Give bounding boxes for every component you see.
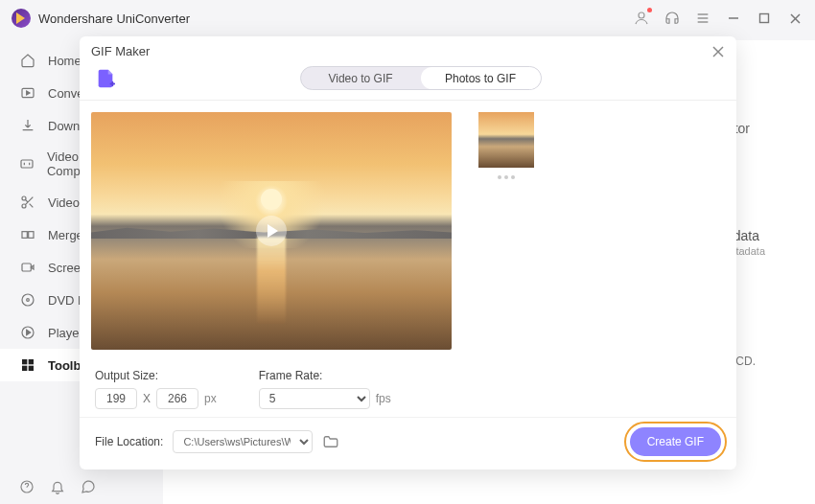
framerate-select[interactable]: 5 (259, 388, 370, 409)
svg-rect-18 (22, 359, 27, 364)
modal-title: GIF Maker (91, 44, 150, 58)
bell-icon[interactable] (50, 479, 65, 494)
app-logo-icon (12, 9, 31, 28)
output-height-input[interactable] (156, 388, 198, 409)
compress-icon (19, 155, 35, 172)
converter-icon (19, 84, 36, 102)
svg-point-15 (22, 294, 34, 306)
account-icon[interactable] (633, 10, 650, 27)
svg-point-0 (639, 12, 644, 18)
svg-rect-5 (760, 14, 769, 23)
toolbox-icon (19, 356, 36, 374)
svg-rect-21 (29, 366, 34, 371)
svg-rect-12 (22, 232, 27, 239)
svg-rect-20 (22, 366, 27, 371)
tab-video-to-gif[interactable]: Video to GIF (301, 67, 421, 89)
merge-icon (19, 226, 36, 243)
px-unit: px (204, 392, 217, 405)
svg-point-16 (27, 299, 30, 302)
home-icon (19, 52, 36, 69)
svg-point-10 (22, 196, 26, 200)
titlebar: Wondershare UniConverter (0, 0, 815, 36)
add-file-icon[interactable] (95, 68, 116, 89)
svg-rect-19 (29, 359, 34, 364)
sidebar-item-label: Player (48, 326, 83, 340)
svg-point-11 (22, 204, 26, 208)
svg-rect-9 (21, 160, 33, 168)
svg-rect-13 (29, 232, 34, 239)
menu-icon[interactable] (694, 10, 711, 27)
bg-text-fragment: tor (734, 121, 750, 136)
feedback-icon[interactable] (81, 479, 96, 494)
play-icon (19, 324, 36, 341)
gif-maker-modal: GIF Maker Video to GIF Photos to GIF (80, 36, 736, 470)
play-button[interactable] (256, 216, 287, 246)
disc-icon (19, 291, 36, 309)
download-icon (19, 117, 36, 134)
framerate-label: Frame Rate: (259, 369, 391, 382)
help-icon[interactable] (19, 479, 35, 494)
bg-text-fragment: CD. (735, 355, 756, 368)
maximize-button[interactable] (756, 10, 773, 27)
close-icon[interactable] (711, 45, 725, 58)
record-icon (19, 259, 36, 276)
close-button[interactable] (786, 10, 803, 27)
support-icon[interactable] (664, 10, 681, 27)
app-title: Wondershare UniConverter (38, 11, 633, 26)
output-size-label: Output Size: (95, 369, 217, 382)
sidebar-item-label: Home (48, 54, 82, 68)
fps-unit: fps (376, 392, 391, 405)
size-separator: X (143, 392, 151, 405)
file-location-select[interactable]: C:\Users\ws\Pictures\Wonders (173, 430, 313, 453)
bg-text-fragment: data (734, 228, 759, 243)
output-width-input[interactable] (95, 388, 137, 409)
tab-photos-to-gif[interactable]: Photos to GIF (421, 67, 541, 89)
thumbnail-item[interactable] (478, 112, 534, 168)
open-folder-icon[interactable] (322, 433, 339, 450)
preview-image (91, 112, 452, 350)
mode-segmented-control: Video to GIF Photos to GIF (300, 66, 542, 90)
create-gif-button[interactable]: Create GIF (630, 427, 721, 456)
scissors-icon (19, 194, 36, 211)
svg-rect-14 (22, 263, 31, 271)
minimize-button[interactable] (725, 10, 742, 27)
file-location-label: File Location: (95, 435, 163, 448)
